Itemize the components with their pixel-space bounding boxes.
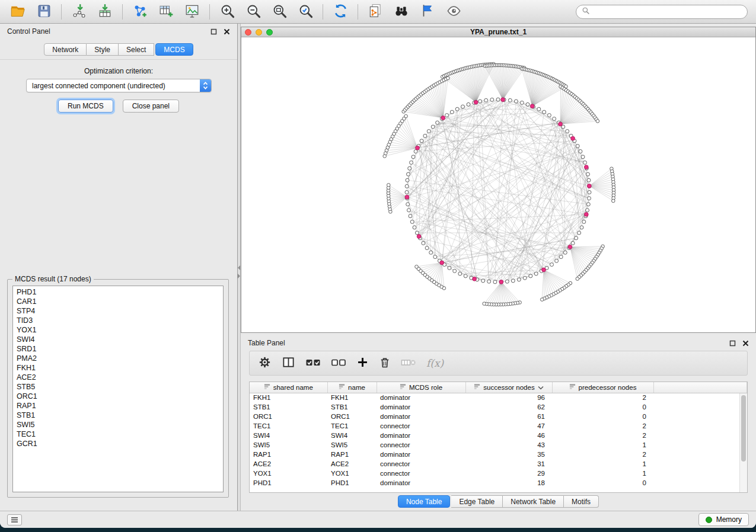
apply-style-button[interactable] [414, 2, 441, 22]
mcds-result-item[interactable]: STB1 [17, 411, 219, 420]
window-zoom-dot[interactable] [266, 29, 273, 36]
table-row[interactable]: SWI4SWI4dominator462 [250, 431, 747, 440]
table-tab-edge-table[interactable]: Edge Table [451, 495, 503, 508]
mcds-result-item[interactable]: ACE2 [17, 373, 219, 382]
control-panel-header: Control Panel [0, 24, 237, 39]
import-table-file-button[interactable] [92, 2, 118, 22]
clone-network-button[interactable] [362, 2, 388, 22]
cell-filler [653, 412, 747, 421]
zoom-selected-button[interactable] [292, 2, 318, 22]
import-network-file-button[interactable] [66, 2, 92, 22]
zoom-in-button[interactable] [214, 2, 240, 22]
table-row[interactable]: FKH1FKH1dominator962 [250, 393, 747, 402]
status-menu-button[interactable] [7, 514, 22, 525]
criterion-dropdown[interactable]: largest connected component (undirected) [26, 79, 212, 92]
show-columns-icon [282, 355, 295, 371]
run-mcds-button[interactable]: Run MCDS [58, 100, 113, 113]
column-header-mcds-role[interactable]: MCDS role [377, 382, 465, 393]
save-session-button[interactable] [31, 2, 57, 22]
network-graph[interactable] [241, 37, 755, 332]
cell-filler [653, 402, 747, 412]
open-session-icon [10, 3, 26, 21]
control-panel: Control Panel NetworkStyleSelectMCDS Opt… [0, 24, 238, 511]
table-row[interactable]: ACE2ACE2connector311 [250, 459, 747, 469]
window-minimize-dot[interactable] [256, 29, 262, 36]
column-header-name[interactable]: name [327, 382, 377, 393]
show-hide-button[interactable] [441, 2, 467, 22]
control-tab-network[interactable]: Network [44, 43, 87, 56]
mcds-result-item[interactable]: GCR1 [17, 439, 219, 448]
mcds-result-item[interactable]: SWI4 [17, 335, 219, 344]
control-tab-mcds[interactable]: MCDS [155, 43, 193, 56]
optimization-criterion-label: Optimization criterion: [0, 67, 237, 75]
cell-mcds-role: dominator [377, 431, 465, 440]
table-row[interactable]: RAP1RAP1dominator352 [250, 450, 747, 459]
table-tab-network-table[interactable]: Network Table [503, 495, 564, 508]
cell-name: STB1 [327, 402, 377, 412]
mcds-button-row: Run MCDS Close panel [0, 100, 237, 113]
zoom-out-button[interactable] [240, 2, 266, 22]
cell-successor-nodes: 35 [465, 450, 552, 459]
control-tab-select[interactable]: Select [119, 43, 154, 56]
network-canvas[interactable] [241, 37, 755, 332]
mcds-result-item[interactable]: PHD1 [17, 287, 219, 297]
settings-button[interactable] [258, 355, 272, 371]
mcds-result-item[interactable]: RAP1 [17, 401, 219, 411]
add-row-button[interactable] [356, 356, 369, 370]
cell-name: ACE2 [327, 459, 377, 469]
float-panel-icon[interactable] [210, 28, 217, 35]
mcds-result-item[interactable]: ORC1 [17, 392, 219, 401]
cell-mcds-role: dominator [377, 402, 465, 412]
close-panel-icon[interactable] [224, 28, 230, 35]
close-table-panel-icon[interactable] [742, 340, 749, 347]
column-header-shared-name[interactable]: shared name [250, 382, 327, 393]
table-scrollbar-thumb[interactable] [741, 395, 746, 462]
float-table-panel-icon[interactable] [729, 340, 736, 347]
open-session-button[interactable] [5, 2, 31, 22]
table-tab-node-table[interactable]: Node Table [398, 495, 451, 508]
zoom-fit-button[interactable] [266, 2, 292, 22]
memory-button[interactable]: Memory [698, 513, 749, 526]
apply-layout-button[interactable] [327, 2, 353, 22]
mcds-result-item[interactable]: YOX1 [17, 325, 219, 335]
settings-icon [258, 355, 272, 371]
unselect-all-button[interactable] [331, 356, 346, 371]
mcds-result-item[interactable]: SRD1 [17, 344, 219, 354]
table-row[interactable]: ORC1ORC1dominator610 [250, 412, 747, 421]
mcds-result-item[interactable]: PMA2 [17, 354, 219, 363]
table-row[interactable]: SWI5SWI5connector431 [250, 440, 747, 450]
window-close-dot[interactable] [245, 29, 251, 36]
mcds-result-item[interactable]: STP4 [17, 306, 219, 316]
column-header-successor-nodes[interactable]: successor nodes [465, 382, 552, 393]
column-header-label: successor nodes [483, 384, 534, 391]
show-columns-button[interactable] [282, 355, 295, 371]
table-scrollbar[interactable] [739, 393, 747, 492]
export-image-button[interactable] [179, 2, 205, 22]
search-input[interactable] [593, 8, 742, 16]
close-panel-button[interactable]: Close panel [123, 100, 179, 113]
cell-predecessor-nodes: 1 [552, 469, 653, 478]
first-neighbors-icon [394, 3, 409, 20]
network-window-titlebar[interactable]: YPA_prune.txt_1 [241, 27, 755, 37]
mcds-result-item[interactable]: SWI5 [17, 420, 219, 430]
column-header-predecessor-nodes[interactable]: predecessor nodes [552, 382, 653, 393]
mcds-result-item[interactable]: CAR1 [17, 297, 219, 306]
table-row[interactable]: PHD1PHD1dominator180 [250, 478, 747, 488]
select-all-button[interactable] [305, 356, 321, 371]
new-network-button[interactable] [127, 2, 153, 22]
table-row[interactable]: YOX1YOX1connector291 [250, 469, 747, 478]
mcds-result-item[interactable]: TEC1 [17, 430, 219, 439]
control-tab-style[interactable]: Style [87, 43, 119, 56]
mcds-result-list[interactable]: PHD1CAR1STP4TID3YOX1SWI4SRD1PMA2FKH1ACE2… [12, 286, 224, 492]
mcds-result-item[interactable]: STB5 [17, 382, 219, 392]
table-row[interactable]: STB1STB1dominator620 [250, 402, 747, 412]
mcds-result-item[interactable]: FKH1 [17, 363, 219, 373]
table-tab-motifs[interactable]: Motifs [564, 495, 599, 508]
criterion-dropdown-value: largest connected component (undirected) [32, 82, 165, 90]
delete-row-button[interactable] [379, 356, 391, 371]
table-row[interactable]: TEC1TEC1connector472 [250, 421, 747, 431]
new-table-button[interactable] [153, 2, 179, 22]
mcds-result-item[interactable]: TID3 [17, 316, 219, 325]
search-box[interactable] [576, 5, 748, 19]
first-neighbors-button[interactable] [388, 2, 414, 22]
